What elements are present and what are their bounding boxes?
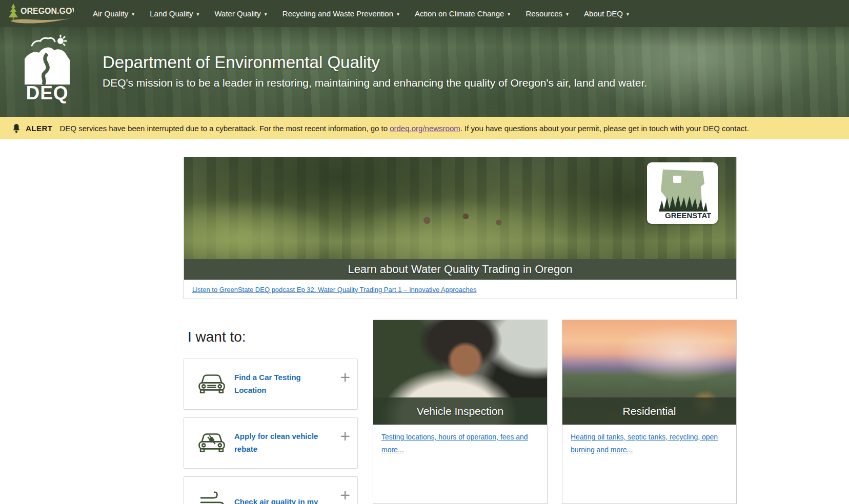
accordion-check-air-quality[interactable]: Check air quality in my + <box>184 476 358 504</box>
hero-banner: DEQ Department of Environmental Quality … <box>0 27 849 117</box>
main-menu: Air Quality ▾ Land Quality ▾ Water Quali… <box>85 0 637 27</box>
feature-card-water-quality-trading: GREENSTATE Learn about Water Quality Tra… <box>184 157 737 299</box>
accordion-find-car-testing[interactable]: Find a Car Testing Location + <box>184 359 358 410</box>
alert-text-before: DEQ services have been interrupted due t… <box>60 124 390 133</box>
greenstate-logo: GREENSTATE <box>654 166 711 220</box>
chevron-down-icon: ▾ <box>626 10 629 17</box>
chevron-down-icon: ▾ <box>196 10 199 17</box>
greenstate-badge: GREENSTATE <box>647 162 718 224</box>
nav-item-land-quality[interactable]: Land Quality ▾ <box>142 0 207 27</box>
nav-item-resources[interactable]: Resources ▾ <box>518 0 576 27</box>
electric-car-icon <box>197 432 226 454</box>
nav-item-label: Water Quality <box>214 9 260 18</box>
deq-logo-word: DEQ <box>24 82 71 104</box>
card-title-vehicle-inspection: Vehicle Inspection <box>373 397 547 425</box>
feature-link-row: Listen to GreenState DEQ podcast Ep 32. … <box>184 280 736 299</box>
chevron-down-icon: ▾ <box>397 10 399 17</box>
page-title: Department of Environmental Quality <box>103 53 647 72</box>
accordion-clean-vehicle-rebate[interactable]: Apply for clean vehicle rebate + <box>184 417 358 469</box>
chevron-down-icon: ▾ <box>566 10 569 17</box>
main-content: GREENSTATE Learn about Water Quality Tra… <box>0 139 849 504</box>
podcast-link[interactable]: Listen to GreenState DEQ podcast Ep 32. … <box>192 286 477 293</box>
chevron-down-icon: ▾ <box>508 10 510 17</box>
card-vehicle-inspection: Vehicle Inspection Testing locations, ho… <box>373 320 548 504</box>
alert-banner: ALERT DEQ services have been interrupted… <box>0 117 849 139</box>
nav-item-climate-change[interactable]: Action on Climate Change ▾ <box>407 0 518 27</box>
nav-item-label: Air Quality <box>93 9 128 18</box>
vehicle-inspection-link[interactable]: Testing locations, hours of operation, f… <box>381 433 528 454</box>
chevron-down-icon: ▾ <box>265 10 267 17</box>
card-body: Testing locations, hours of operation, f… <box>373 425 547 462</box>
alert-label: ALERT <box>26 124 53 133</box>
chevron-down-icon: ▾ <box>132 10 134 17</box>
nav-item-label: Land Quality <box>150 9 193 18</box>
accordion-label-car-testing[interactable]: Find a Car Testing Location <box>234 371 321 397</box>
plus-icon[interactable]: + <box>340 368 350 386</box>
car-icon <box>197 373 226 395</box>
alert-text-after: . If you have questions about your permi… <box>460 124 749 133</box>
nav-item-about-deq[interactable]: About DEQ ▾ <box>576 0 637 27</box>
nav-item-water-quality[interactable]: Water Quality ▾ <box>207 0 274 27</box>
oregon-gov-logo[interactable]: OREGON.GOV <box>6 2 74 26</box>
top-navigation: OREGON.GOV Air Quality ▾ Land Quality ▾ … <box>0 0 849 27</box>
plus-icon[interactable]: + <box>340 486 350 503</box>
deq-logo-graphic <box>24 33 71 85</box>
newsroom-link[interactable]: ordeq.org/newsroom <box>390 124 460 133</box>
oregon-gov-logo-text: OREGON.GOV <box>21 7 74 15</box>
air-quality-icon <box>197 491 226 504</box>
nav-item-label: About DEQ <box>584 9 623 18</box>
nav-item-recycling-waste[interactable]: Recycling and Waste Prevention ▾ <box>275 0 407 27</box>
card-title-residential: Residential <box>562 397 736 425</box>
nav-item-label: Action on Climate Change <box>415 9 504 18</box>
alert-message: DEQ services have been interrupted due t… <box>60 124 749 133</box>
nav-item-label: Resources <box>525 9 562 18</box>
card-body: Heating oil tanks, septic tanks, recycli… <box>562 425 736 462</box>
feature-banner-image[interactable]: GREENSTATE <box>184 157 736 259</box>
bell-icon <box>12 123 21 133</box>
nav-item-label: Recycling and Waste Prevention <box>282 9 393 18</box>
feature-caption: Learn about Water Quality Trading in Ore… <box>184 259 736 280</box>
deq-logo: DEQ <box>24 33 71 104</box>
i-want-to-heading: I want to: <box>188 329 246 345</box>
accordion-label-clean-vehicle[interactable]: Apply for clean vehicle rebate <box>234 430 321 456</box>
greenstate-logo-text: GREENSTATE <box>665 211 711 220</box>
oregon-gov-tree-icon: OREGON.GOV <box>6 2 74 26</box>
mission-statement: DEQ's mission is to be a leader in resto… <box>103 77 647 89</box>
residential-link[interactable]: Heating oil tanks, septic tanks, recycli… <box>571 433 718 454</box>
nav-item-air-quality[interactable]: Air Quality ▾ <box>85 0 142 27</box>
accordion-label-air-quality[interactable]: Check air quality in my <box>234 496 321 504</box>
card-residential: Residential Heating oil tanks, septic ta… <box>562 320 737 504</box>
plus-icon[interactable]: + <box>340 427 350 445</box>
